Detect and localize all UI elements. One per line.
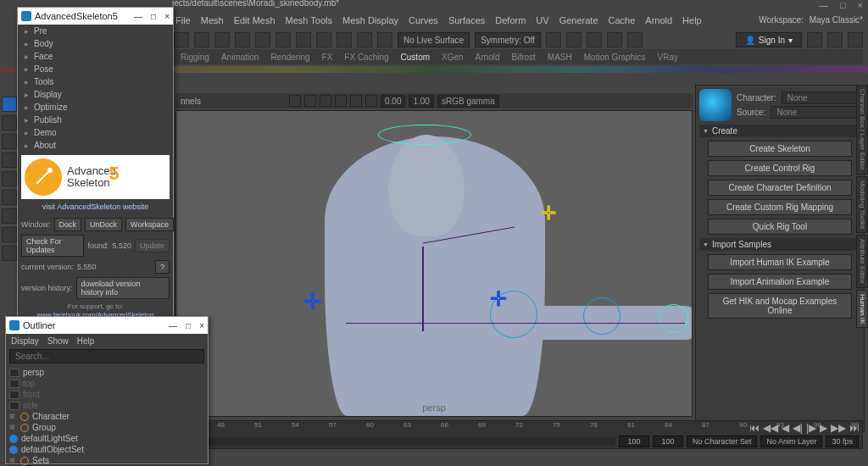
shelf-icon[interactable] [566,32,581,47]
outliner-item[interactable]: defaultLightSet [21,434,78,443]
shelf-icon[interactable] [235,32,250,47]
shelf-icon[interactable] [255,32,270,47]
as5-menu-face[interactable]: Face [18,50,173,63]
live-surface-dropdown[interactable]: No Live Surface [398,32,470,47]
outliner-row[interactable]: defaultObjectSet [9,444,204,455]
shelf-icon[interactable] [275,32,291,47]
menu-generate[interactable]: Generate [559,15,598,25]
dock-button[interactable]: Dock [54,218,82,231]
step-fwd-button[interactable]: ▶ [820,422,827,434]
outliner-close[interactable]: × [199,321,204,330]
character-set-dropdown[interactable]: No Character Set [687,435,758,447]
as5-minimize[interactable]: — [134,12,142,21]
sign-in-button[interactable]: 👤 Sign In ▾ [736,32,802,47]
menu-arnold[interactable]: Arnold [645,15,672,25]
outliner-row[interactable]: Character [9,411,204,422]
locator-icon[interactable]: ✛ [541,202,556,225]
go-start-button[interactable]: ⏮ [749,422,760,434]
minimize-button[interactable]: — [819,0,828,14]
tab-rigging[interactable]: Rigging [181,53,209,62]
step-back-key-button[interactable]: ◀◀ [763,422,778,434]
vp-icon[interactable] [350,95,362,107]
symmetry-dropdown[interactable]: Symmetry: Off [475,32,541,47]
shelf-icon[interactable] [807,32,822,47]
range-end-b[interactable]: 100 [653,435,683,447]
shelf-icon[interactable] [546,32,561,47]
go-end-button[interactable]: ⏭ [849,422,860,434]
get-mocap-button[interactable]: Get HIK and Mocap Examples Online [708,293,852,319]
range-slider[interactable]: 100 100 No Character Set No Anim Layer 3… [176,435,862,448]
as5-menu-optimize[interactable]: Optimize [18,101,173,114]
locator-icon[interactable]: ✛ [490,287,507,311]
create-custom-rig-button[interactable]: Create Custom Rig Mapping [708,199,852,215]
menu-mesh[interactable]: Mesh [201,15,224,25]
tab-bifrost[interactable]: Bifrost [512,53,536,62]
menu-surfaces[interactable]: Surfaces [448,15,485,25]
as5-menu-pose[interactable]: Pose [18,63,173,75]
outliner-item[interactable]: Character [32,412,70,421]
create-char-def-button[interactable]: Create Character Definition [708,180,852,196]
play-fwd-button[interactable]: |▶ [806,422,816,434]
create-section-header[interactable]: Create [699,125,860,137]
tab-xgen[interactable]: XGen [442,53,464,62]
tab-custom[interactable]: Custom [401,53,430,62]
outliner-item[interactable]: Sets [32,456,49,465]
outliner-search[interactable]: Search... [9,349,204,363]
menu-cache[interactable]: Cache [609,15,636,25]
close-button[interactable]: × [858,0,863,14]
menu-uv[interactable]: UV [536,15,548,25]
shelf-icon[interactable] [214,32,230,47]
tab-modeling-toolkit[interactable]: Modeling Toolkit [856,176,868,233]
exposure-value[interactable]: 0.00 [381,95,405,108]
play-back-button[interactable]: ◀| [793,422,803,434]
menu-mesh-tools[interactable]: Mesh Tools [286,15,332,25]
create-skeleton-button[interactable]: Create Skeleton [708,141,852,157]
tool-icon[interactable] [2,227,17,242]
outliner-minimize[interactable]: — [169,321,177,330]
tool-icon[interactable] [2,208,17,224]
tab-channel-box[interactable]: Channel Box / Layer Editor [856,85,868,175]
advanced-skeleton-window[interactable]: AdvancedSkeleton5 — □ × Pre Body Face Po… [17,7,174,337]
tool-icon[interactable] [2,190,17,205]
shelf-icon[interactable] [848,32,863,47]
menu-file[interactable]: File [175,15,191,25]
as5-menu-body[interactable]: Body [18,37,173,50]
outliner-row[interactable]: persp [9,367,204,378]
undock-button[interactable]: UnDock [85,218,122,231]
menu-deform[interactable]: Deform [495,15,526,25]
viewport[interactable]: ✛ ✛ ✛ persp [175,110,693,417]
character-dropdown[interactable]: None [782,92,860,104]
shelf-icon[interactable] [316,32,331,47]
tab-arnold[interactable]: Arnold [476,53,500,62]
select-tool[interactable] [2,97,17,112]
vp-icon[interactable] [304,95,316,107]
create-control-rig-button[interactable]: Create Control Rig [708,160,852,176]
outliner-display[interactable]: Display [11,336,39,346]
menu-edit-mesh[interactable]: Edit Mesh [234,15,275,25]
outliner-item[interactable]: Group [32,423,56,432]
as5-maximize[interactable]: □ [151,12,156,21]
as5-close[interactable]: × [164,12,170,21]
shelf-icon[interactable] [337,32,352,47]
as5-menu-publish[interactable]: Publish [18,114,173,126]
shelf-icon[interactable] [827,32,843,47]
outliner-titlebar[interactable]: Outliner — □ × [6,317,208,334]
outliner-maximize[interactable]: □ [186,321,191,330]
tab-animation[interactable]: Animation [221,53,259,62]
as5-menu-tools[interactable]: Tools [18,75,173,88]
tab-motion-graphics[interactable]: Motion Graphics [584,53,646,62]
as5-titlebar[interactable]: AdvancedSkeleton5 — □ × [18,8,173,25]
import-humanik-button[interactable]: Import Human IK Example [708,254,852,270]
vp-icon[interactable] [365,95,377,107]
menu-help[interactable]: Help [682,15,702,25]
import-animation-button[interactable]: Import Animation Example [708,274,852,290]
outliner-item[interactable]: defaultObjectSet [21,445,84,454]
outliner-item[interactable]: front [23,390,40,399]
shelf-icon[interactable] [357,32,372,47]
outliner-item[interactable]: top [23,379,35,388]
outliner-item[interactable]: persp [23,368,44,377]
maximize-button[interactable]: □ [840,0,846,14]
tab-fx[interactable]: FX [322,53,333,62]
as5-menu-about[interactable]: About [18,139,173,152]
step-back-button[interactable]: ◀ [782,422,789,434]
